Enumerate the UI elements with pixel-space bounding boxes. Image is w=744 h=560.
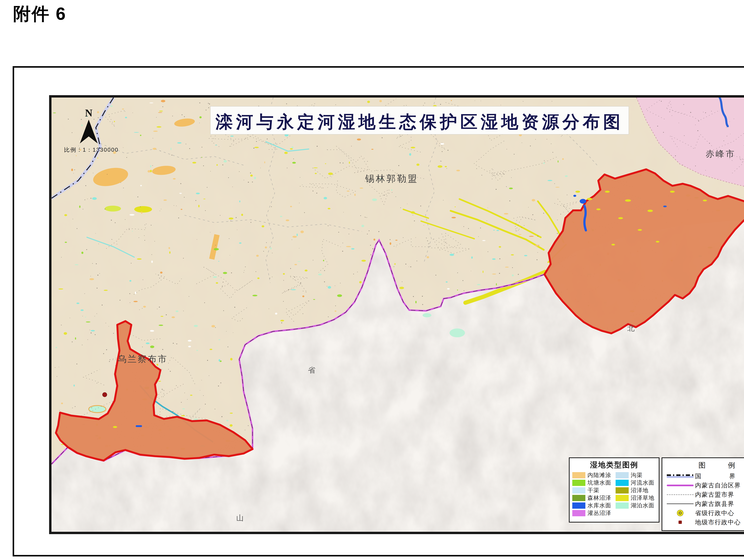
map-title: 滦河与永定河湿地生态保护区湿地资源分布图 <box>215 113 624 131</box>
wetland-legend-grid: 内陆滩涂 坑塘水面 干渠 森林沼泽 水库水面 灌丛沼泽 沟渠 河流水面 沼泽地 … <box>572 471 656 516</box>
legend-item: 沟渠 <box>616 471 656 479</box>
province-boundary-icon <box>665 485 695 486</box>
label-xilingol-league: 锡林郭勒盟 <box>365 173 418 184</box>
legend-item: 内蒙古旗县界 <box>665 499 744 508</box>
legend-item: 国界 <box>665 472 744 481</box>
city-center-icon <box>665 521 695 524</box>
swatch-lake-water-icon <box>616 503 629 509</box>
wetland-type-legend: 湿地类型图例 内陆滩涂 坑塘水面 干渠 森林沼泽 水库水面 灌丛沼泽 沟渠 河流… <box>569 457 660 523</box>
swatch-forest-swamp-icon <box>572 495 585 501</box>
swatch-pond-water-icon <box>572 480 585 486</box>
legend-item: 省级行政中心 <box>665 508 744 518</box>
north-arrow-n-label: N <box>85 107 92 119</box>
legend-item: 森林沼泽 <box>572 494 613 502</box>
legend-item: 水库水面 <box>572 502 613 509</box>
legend-item: 沼泽草地 <box>616 494 656 502</box>
legend-item: 河流水面 <box>616 479 656 486</box>
map-scale-text: 比例：1：1330000 <box>64 147 119 153</box>
legend-item: 内陆滩涂 <box>572 471 613 479</box>
attachment-number-label: 附件 6 <box>13 2 66 26</box>
legend-item: 内蒙古盟市界 <box>665 490 744 499</box>
legend-item: 灌丛沼泽 <box>572 509 613 517</box>
legend-item: 内蒙古自治区界 <box>665 481 744 490</box>
legend-item: 湖泊水面 <box>616 502 656 509</box>
map-canvas: 滦河与永定河湿地生态保护区湿地资源分布图 N 比例：1：1330000 锡林郭勒… <box>49 95 744 534</box>
label-shanxi-partial: 山 <box>236 514 244 522</box>
swatch-river-water-icon <box>616 480 629 486</box>
label-ulanqab-city: 乌兰察布市 <box>117 354 168 364</box>
general-legend-title: 图例 <box>665 461 744 470</box>
attachment-page: 附件 6 <box>0 0 744 560</box>
label-hebei-partial: 北 <box>627 324 635 332</box>
label-chifeng-city: 赤峰市 <box>706 149 736 159</box>
label-province-partial: 省 <box>308 366 315 374</box>
league-boundary-icon <box>665 494 695 495</box>
county-boundary-icon <box>665 504 695 504</box>
national-boundary-icon <box>665 474 695 478</box>
swatch-reservoir-icon <box>572 503 585 509</box>
map-title-banner: 滦河与永定河湿地生态保护区湿地资源分布图 <box>211 106 629 134</box>
legend-item: 坑塘水面 <box>572 479 613 486</box>
city-center-marker-ulanqab <box>103 392 107 397</box>
swatch-dry-canal-icon <box>572 487 585 493</box>
legend-item: 干渠 <box>572 486 613 494</box>
swatch-ditch-icon <box>616 472 629 478</box>
general-legend: 图例 国界 内蒙古自治区界 内蒙古盟市界 内蒙古旗县界 省级行政 <box>662 457 744 531</box>
legend-item: 地级市行政中心 <box>665 518 744 527</box>
swatch-marsh-meadow-icon <box>616 495 629 501</box>
province-capital-icon <box>665 510 695 516</box>
swatch-inland-flat-icon <box>572 472 585 478</box>
swatch-marshland-icon <box>616 487 629 493</box>
legend-item: 沼泽地 <box>616 486 656 494</box>
wetland-legend-title: 湿地类型图例 <box>572 460 656 470</box>
swatch-shrub-swamp-icon <box>572 510 585 516</box>
